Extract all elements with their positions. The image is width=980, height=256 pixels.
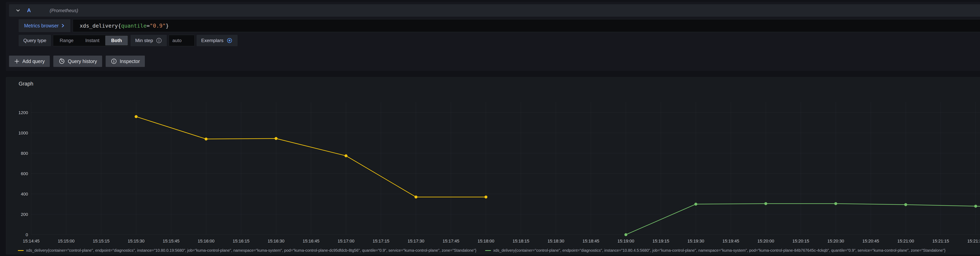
query-history-label: Query history: [68, 58, 97, 64]
series-point[interactable]: [485, 196, 487, 199]
query-type-label: Query type: [23, 38, 46, 43]
x-axis-tick-label: 15:17:00: [337, 239, 354, 243]
series-point[interactable]: [415, 196, 417, 199]
x-axis-tick-label: 15:15:45: [163, 239, 180, 243]
chevron-down-icon: [15, 8, 21, 14]
query-history-button[interactable]: Query history: [53, 55, 102, 67]
history-icon: [59, 58, 65, 65]
query-editor-card: A (Prometheus) ? Metrics browser xds_d: [6, 2, 980, 71]
x-axis-tick-label: 15:18:30: [547, 239, 564, 243]
x-axis-tick-label: 15:20:30: [827, 239, 844, 243]
legend-series-label: xds_delivery{container="control-plane", …: [493, 248, 946, 253]
query-toolbar: Add query Query history Inspector: [9, 55, 145, 67]
y-axis-tick-label: 200: [21, 212, 28, 217]
legend-series-label: xds_delivery{container="control-plane", …: [26, 248, 476, 253]
x-axis-tick-label: 15:15:00: [58, 239, 75, 243]
x-axis-tick-label: 15:21:30: [967, 239, 980, 243]
collapse-query-button[interactable]: [14, 7, 22, 14]
x-axis-tick-label: 15:16:15: [233, 239, 250, 243]
query-options-row: Query type RangeInstantBoth Min step aut…: [19, 35, 237, 46]
x-axis-tick-label: 15:19:15: [652, 239, 669, 243]
query-expression-part: =: [146, 23, 150, 29]
series-line: [626, 204, 980, 235]
x-axis-tick-label: 15:15:30: [128, 239, 145, 243]
time-series-plot[interactable]: 15:14:4515:15:0015:15:1515:15:3015:15:45…: [6, 90, 980, 245]
x-axis-tick-label: 15:19:00: [617, 239, 634, 243]
series-point[interactable]: [275, 137, 278, 140]
add-query-label: Add query: [22, 58, 45, 64]
plus-icon: [14, 58, 20, 64]
x-axis-tick-label: 15:20:45: [862, 239, 879, 243]
x-axis-tick-label: 15:21:15: [932, 239, 949, 243]
min-step-value: auto: [172, 38, 182, 43]
query-refid: A: [27, 8, 31, 14]
info-icon[interactable]: [156, 37, 162, 44]
x-axis-tick-label: 15:20:00: [757, 239, 774, 243]
query-expression-part: }: [165, 23, 169, 29]
datasource-name: (Prometheus): [50, 8, 78, 13]
min-step-label-chip: Min step: [130, 35, 167, 46]
x-axis-tick-label: 15:17:45: [442, 239, 460, 243]
min-step-input[interactable]: auto: [169, 35, 195, 46]
query-type-label-chip: Query type: [19, 35, 51, 46]
series-point[interactable]: [205, 137, 208, 141]
x-axis-tick-label: 15:14:45: [23, 239, 40, 243]
x-axis-tick-label: 15:16:30: [268, 239, 285, 243]
exemplars-toggle-icon[interactable]: [226, 37, 233, 44]
x-axis-tick-label: 15:16:00: [198, 239, 215, 243]
x-axis-tick-label: 15:17:30: [407, 239, 424, 243]
exemplars-toggle-chip: Exemplars: [197, 35, 237, 46]
query-expression-part: "0.9": [150, 23, 165, 29]
query-row-header: A (Prometheus) ?: [9, 4, 980, 17]
series-point[interactable]: [764, 202, 767, 205]
angle-right-icon: [61, 23, 65, 28]
series-point[interactable]: [904, 203, 907, 206]
x-axis-tick-label: 15:19:45: [722, 239, 739, 243]
metrics-browser-label: Metrics browser: [24, 23, 59, 28]
series-point[interactable]: [135, 115, 138, 118]
info-circle-icon: [111, 58, 117, 65]
x-axis-tick-label: 15:15:15: [93, 239, 110, 243]
min-step-label: Min step: [135, 38, 153, 43]
x-axis-tick-label: 15:18:00: [477, 239, 494, 243]
series-point[interactable]: [834, 202, 837, 205]
y-axis-tick-label: 1000: [18, 131, 28, 136]
y-axis-tick-label: 1200: [18, 110, 28, 115]
query-type-option-both[interactable]: Both: [105, 36, 128, 46]
query-expression-input[interactable]: xds_delivery{quantile="0.9"}: [73, 19, 980, 32]
x-axis-tick-label: 15:18:45: [582, 239, 599, 243]
x-axis-tick-label: 15:20:15: [792, 239, 809, 243]
inspector-label: Inspector: [120, 58, 140, 64]
metrics-browser-button[interactable]: Metrics browser: [19, 19, 70, 32]
x-axis-tick-label: 15:17:15: [372, 239, 390, 243]
query-type-option-range[interactable]: Range: [54, 36, 80, 46]
y-axis-tick-label: 0: [25, 232, 28, 237]
legend-item[interactable]: xds_delivery{container="control-plane", …: [485, 248, 946, 253]
series-point[interactable]: [694, 203, 697, 206]
x-axis-tick-label: 15:16:45: [302, 239, 320, 243]
graph-panel-title: Graph: [19, 81, 33, 87]
query-expression-part: xds_delivery{: [80, 23, 121, 29]
x-axis-tick-label: 15:21:00: [897, 239, 914, 243]
legend-item[interactable]: xds_delivery{container="control-plane", …: [18, 248, 476, 253]
x-axis-tick-label: 15:19:30: [687, 239, 704, 243]
series-point[interactable]: [624, 233, 627, 236]
y-axis-tick-label: 600: [21, 171, 28, 176]
graph-panel: Graph LinesBarsPointsStacked linesStacke…: [6, 77, 980, 254]
graph-legend: xds_delivery{container="control-plane", …: [18, 248, 980, 253]
query-type-radio-group: RangeInstantBoth: [53, 35, 128, 46]
series-point[interactable]: [345, 155, 347, 157]
y-axis-tick-label: 400: [21, 191, 28, 196]
query-expression-part: quantile: [121, 23, 146, 29]
legend-series-swatch: [485, 250, 491, 251]
query-type-option-instant[interactable]: Instant: [80, 36, 105, 46]
y-axis-tick-label: 800: [21, 151, 28, 156]
inspector-button[interactable]: Inspector: [106, 55, 145, 67]
series-point[interactable]: [974, 205, 977, 208]
add-query-button[interactable]: Add query: [9, 55, 50, 67]
exemplars-label: Exemplars: [201, 38, 223, 43]
graph-panel-header: Graph LinesBarsPointsStacked linesStacke…: [6, 77, 980, 90]
x-axis-tick-label: 15:18:15: [512, 239, 530, 243]
legend-series-swatch: [18, 250, 24, 251]
query-expression-row: Metrics browser xds_delivery{quantile="0…: [19, 19, 980, 32]
